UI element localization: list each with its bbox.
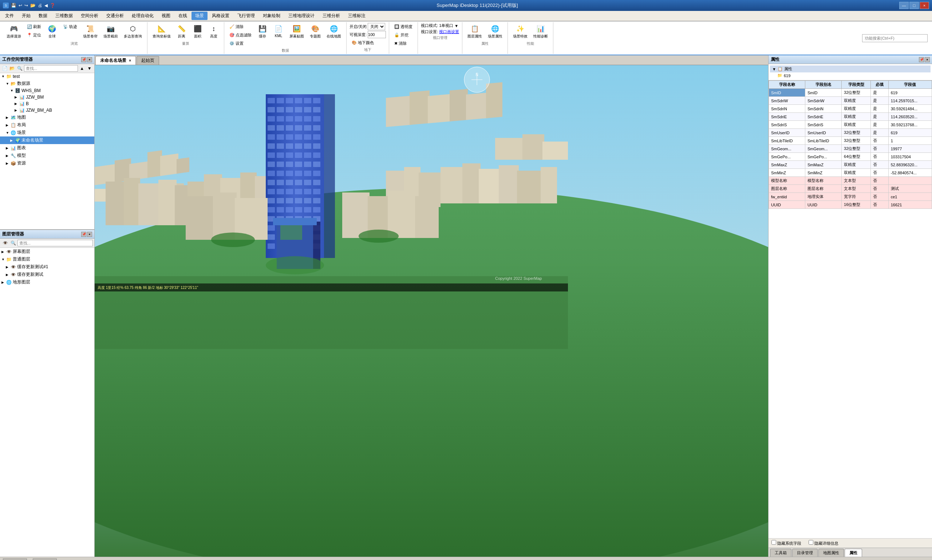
table-row[interactable]: UUIDUUID16位整型否16621 bbox=[769, 201, 932, 209]
btn-layer-attr[interactable]: 📋 图层属性 bbox=[465, 23, 484, 40]
hide-system-checkbox[interactable] bbox=[772, 540, 776, 545]
btn-clear[interactable]: 🧹 清除 bbox=[227, 23, 254, 31]
workspace-tool-open[interactable]: 📂 bbox=[9, 65, 16, 72]
btn-track[interactable]: 📡 轨迹 bbox=[61, 23, 79, 31]
layer-tool-search[interactable]: 🔍 bbox=[9, 239, 17, 247]
close-button[interactable]: × bbox=[920, 2, 929, 9]
table-row[interactable]: SmSdriESmSdriE双精度是114.2603520... bbox=[769, 113, 932, 121]
menu-file[interactable]: 文件 bbox=[2, 12, 17, 20]
tree-scene[interactable]: ▼ 🌐 场景 bbox=[0, 129, 94, 137]
table-row[interactable]: SmMaxZSmMaxZ双精度否52.88396320... bbox=[769, 161, 932, 169]
menu-data[interactable]: 数据 bbox=[35, 12, 51, 20]
tree-unnamed-scene[interactable]: ▶ 🌍 未命名场景 bbox=[0, 137, 94, 144]
tree-screen-layer[interactable]: ▶ 👁️ 屏幕图层 bbox=[0, 248, 94, 255]
tab-toolbox[interactable]: 工具箱 bbox=[770, 549, 792, 557]
btn-screen-paste[interactable]: 🖼️ 屏幕贴图 bbox=[287, 23, 306, 40]
tree-map[interactable]: ▶ 🗺️ 地图 bbox=[0, 114, 94, 121]
table-row[interactable]: SmMinZSmMinZ双精度否-52.8840574... bbox=[769, 169, 932, 177]
workspace-tool-new[interactable]: 📄 bbox=[2, 65, 8, 72]
tree-datasource[interactable]: ▼ 📂 数据源 bbox=[0, 80, 94, 87]
tree-resource[interactable]: ▶ 📦 资源 bbox=[0, 159, 94, 167]
tab-attribute[interactable]: 属性 bbox=[845, 549, 862, 557]
underground-toggle-select[interactable]: 关闭 开启 bbox=[368, 23, 385, 30]
tab-map-props[interactable]: 地图属性 bbox=[818, 549, 844, 557]
quick-access-open[interactable]: 📂 bbox=[30, 3, 36, 8]
layer-search-input[interactable] bbox=[17, 240, 93, 246]
quick-access-print[interactable]: 🖨 bbox=[38, 3, 42, 8]
btn-theme[interactable]: 🎨 专题图 bbox=[308, 23, 323, 40]
minimize-button[interactable]: — bbox=[899, 2, 909, 9]
tree-model[interactable]: ▶ 🔧 模型 bbox=[0, 152, 94, 159]
table-row[interactable]: SmSdriSSmSdriS双精度是30.59213768... bbox=[769, 121, 932, 129]
restore-button[interactable]: □ bbox=[909, 2, 919, 9]
workspace-tool-search[interactable]: 🔍 bbox=[16, 65, 23, 72]
workspace-tool-up[interactable]: ▲ bbox=[79, 65, 86, 72]
menu-style[interactable]: 风格设置 bbox=[208, 12, 233, 20]
statusbar-output[interactable]: 输出窗口 bbox=[3, 558, 27, 560]
prop-section-header[interactable]: ▼ 📋 属性 bbox=[770, 66, 930, 72]
tree-cache-test[interactable]: ▶ 👁️ 缓存更新测试 bbox=[0, 271, 94, 278]
btn-poly-query[interactable]: ⬡ 多边形查询 bbox=[122, 23, 144, 40]
menu-3d-analysis[interactable]: 三维分析 bbox=[319, 12, 344, 20]
tree-b[interactable]: ▶ 📊 B bbox=[0, 100, 94, 107]
tree-layout[interactable]: ▶ 📋 布局 bbox=[0, 121, 94, 129]
quick-access-help[interactable]: ❓ bbox=[50, 3, 55, 8]
workspace-pin-btn[interactable]: 📌 bbox=[81, 57, 86, 62]
btn-scene-front[interactable]: 📷 场景截前 bbox=[101, 23, 120, 40]
menu-automation[interactable]: 处理自动化 bbox=[128, 12, 157, 20]
tree-whs-bm[interactable]: ▼ 🗄️ WHS_BM bbox=[0, 87, 94, 94]
btn-online-map[interactable]: 🌐 在线地图 bbox=[324, 23, 343, 40]
workspace-search-input[interactable] bbox=[24, 65, 78, 72]
table-row[interactable]: 模型名称模型名称文本型否 bbox=[769, 177, 932, 185]
menu-online[interactable]: 在线 bbox=[175, 12, 191, 20]
properties-pin-btn[interactable]: 📌 bbox=[919, 57, 924, 62]
tree-chart[interactable]: ▶ 📊 图表 bbox=[0, 144, 94, 152]
quick-access-save[interactable]: 💾 bbox=[11, 3, 16, 8]
table-row[interactable]: SmGeom...SmGeom...32位整型否19977 bbox=[769, 145, 932, 153]
btn-data-settings[interactable]: ⚙️ 设置 bbox=[227, 40, 254, 47]
btn-coord-query[interactable]: 📐 查询坐标值 bbox=[150, 23, 173, 40]
btn-refresh[interactable]: 🔄 刷新 bbox=[25, 23, 43, 31]
btn-distance[interactable]: 📏 距离 bbox=[174, 23, 189, 40]
layer-tool-visible[interactable]: 👁️ bbox=[2, 239, 9, 247]
statusbar-tasks[interactable]: 任务管理 bbox=[33, 558, 57, 560]
underground-depth-input[interactable] bbox=[368, 31, 386, 38]
btn-open-close[interactable]: 🔓 开挖 bbox=[392, 31, 415, 39]
workspace-close-btn[interactable]: × bbox=[87, 57, 92, 62]
menu-draw[interactable]: 对象绘制 bbox=[259, 12, 284, 20]
quick-access-nav[interactable]: ◀ bbox=[45, 3, 48, 8]
tab-close-icon[interactable]: × bbox=[129, 58, 131, 63]
properties-close-btn[interactable]: × bbox=[925, 57, 930, 62]
btn-locate[interactable]: 📍 定位 bbox=[25, 31, 43, 39]
table-row[interactable]: SmIDSmID32位整型是619 bbox=[769, 89, 932, 97]
checkbox-hide-system[interactable]: 隐藏系统字段 bbox=[772, 540, 801, 546]
table-row[interactable]: 图层名称图层名称文本型否测试 bbox=[769, 185, 932, 193]
menu-3d-data[interactable]: 三维数据 bbox=[52, 12, 77, 20]
btn-scene-effect[interactable]: ✨ 场景特效 bbox=[511, 23, 530, 40]
menu-3d-label[interactable]: 三维标注 bbox=[344, 12, 369, 20]
hide-details-checkbox[interactable] bbox=[809, 540, 813, 545]
menu-view[interactable]: 视图 bbox=[158, 12, 174, 20]
btn-performance[interactable]: 📊 性能诊断 bbox=[531, 23, 550, 40]
checkbox-hide-details[interactable]: 隐藏详细信息 bbox=[809, 540, 838, 546]
menu-flight[interactable]: 飞行管理 bbox=[234, 12, 259, 20]
tree-normal-layer[interactable]: ▼ 📁 普通图层 bbox=[0, 255, 94, 263]
btn-scene-scroll[interactable]: 📜 场景卷帘 bbox=[81, 23, 100, 40]
btn-clear2[interactable]: ✖ 清除 bbox=[392, 40, 415, 47]
viewport[interactable]: N Copyright 2022 SuperMap 高度 1里15 经% 63.… bbox=[95, 65, 768, 557]
quick-access-redo[interactable]: ↪ bbox=[25, 3, 28, 8]
btn-area[interactable]: ⬛ 面积 bbox=[190, 23, 205, 40]
tree-cache-test1[interactable]: ▶ 👁️ 缓存更新测试#1 bbox=[0, 263, 94, 271]
table-row[interactable]: SmUserIDSmUserID32位整型是619 bbox=[769, 129, 932, 137]
table-row[interactable]: SmLibTileIDSmLibTileID32位整型否1 bbox=[769, 137, 932, 145]
table-row[interactable]: SmSdriNSmSdriN双精度是30.59261484... bbox=[769, 105, 932, 113]
tree-terrain-layer[interactable]: ▶ 🌐 地形图层 bbox=[0, 278, 94, 286]
btn-underground-color[interactable]: 🎨 地下颜色 bbox=[350, 39, 386, 46]
ribbon-search-input[interactable] bbox=[862, 34, 927, 42]
btn-cache[interactable]: 💾 缓存 bbox=[255, 23, 270, 40]
menu-traffic[interactable]: 交通分析 bbox=[103, 12, 128, 20]
btn-scene-attr[interactable]: 🌐 场景属性 bbox=[486, 23, 505, 40]
btn-global[interactable]: 🌍 全球 bbox=[45, 23, 59, 40]
menu-3d-geo[interactable]: 三维地理设计 bbox=[285, 12, 318, 20]
viewport-settings-link[interactable]: 视口画设置 bbox=[439, 29, 459, 35]
